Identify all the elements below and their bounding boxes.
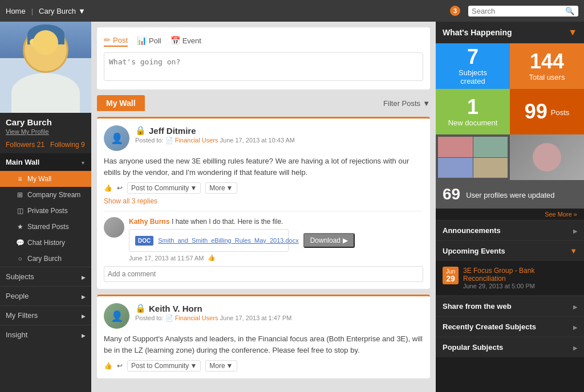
post-1-comment: Kathy Burns I hate when I do that. Here … [104,211,423,262]
posts-number: 99 [525,101,548,122]
post-1-more-btn[interactable]: More ▼ [205,182,237,194]
topbar-separator: | [31,7,33,15]
tile-big-photo[interactable] [510,134,584,180]
following-info[interactable]: Following 9 [50,141,85,149]
nav-my-wall[interactable]: ≡ My Wall [0,171,91,187]
starred-posts-icon: ★ [16,223,24,231]
sidebar-people-section[interactable]: People [0,286,91,305]
file-name-link[interactable]: Smith_and_Smith_eBilling_Rules_May_2013.… [158,237,298,244]
post-tab-icon: ✏ [104,35,111,44]
upcoming-events-header[interactable]: Upcoming Events ▼ [436,241,584,261]
event-item[interactable]: Jun 29 3E Focus Group - Bank Reconciliat… [436,261,584,296]
popular-subjects-header[interactable]: Popular Subjects [436,337,584,357]
my-wall-label: My Wall [27,175,51,183]
post-1-target-link[interactable]: Financial Users [175,137,218,144]
tab-post[interactable]: ✏ Post [104,34,128,47]
nav-cary-burch[interactable]: ○ Cary Burch [0,251,91,267]
nav-company-stream[interactable]: ⊞ Company Stream [0,187,91,203]
file-attachment: DOC Smith_and_Smith_eBilling_Rules_May_2… [129,229,289,252]
subjects-label: Subjects created [459,68,487,85]
post-2-target: Posted to: 📄 Financial Users June 17, 20… [135,315,423,322]
nav-chat-history[interactable]: 💬 Chat History [0,235,91,251]
post-textarea[interactable] [104,52,423,81]
tile-new-doc[interactable]: 1 New document [436,89,510,134]
view-profile-link[interactable]: View My Profile [0,128,91,138]
poll-tab-label: Poll [149,36,161,45]
post-2-post-to-community-btn[interactable]: Post to Community ▼ [127,360,201,371]
sidebar-subjects-section[interactable]: Subjects [0,267,91,286]
followers-info[interactable]: Followers 21 [6,141,44,149]
upcoming-events-label: Upcoming Events [443,247,505,255]
tile-people-photos[interactable] [436,134,510,180]
posts-label: Posts [551,108,570,117]
share-web-header[interactable]: Share from the web [436,296,584,316]
post-1-post-to-community-btn[interactable]: Post to Community ▼ [127,182,201,194]
post-2-lock-icon: 🔒 [135,303,146,313]
download-btn[interactable]: Download ▶ [303,233,355,248]
profile-photo [0,22,91,113]
total-users-label: Total users [529,73,565,81]
tile-profiles-updated[interactable]: 69 User profiles were updated [436,180,584,209]
download-label: Download [310,236,340,244]
chat-history-icon: 💬 [16,239,24,247]
event-day: 29 [445,275,456,283]
home-link[interactable]: Home [6,7,26,15]
post-1-like-btn[interactable]: 👍 [104,184,112,192]
post-1-lock-icon: 🔒 [135,125,146,136]
announcements-header[interactable]: Announcements [436,220,584,240]
my-wall-icon: ≡ [16,175,24,183]
post-composer: ✏ Post 📊 Poll 📅 Event [97,27,430,89]
see-more-link[interactable]: See More » [436,209,584,220]
post-2-body: Many of Support's Analysts and leaders, … [104,333,423,356]
event-info: 3E Focus Group - Bank Reconciliation Jun… [463,267,577,289]
follow-info: Followers 21 Following 9 [0,138,91,153]
notification-badge[interactable]: 3 [450,6,460,16]
subjects-label: Subjects [6,272,34,281]
new-doc-label: New document [448,119,498,127]
tile-posts[interactable]: 99 Posts [510,89,584,134]
user-menu[interactable]: Cary Burch ▼ [39,7,86,15]
subjects-number: 7 [467,47,478,67]
whats-happening-title: What's Happening [443,28,512,37]
main-wall-section[interactable]: Main Wall [0,153,91,171]
filter-posts-label: Filter Posts [383,99,420,108]
filter-posts-btn[interactable]: Filter Posts ▼ [383,99,430,108]
post-2-like-btn[interactable]: 👍 [104,362,112,370]
sidebar-my-filters-section[interactable]: My Filters [0,305,91,325]
post-2-target-link[interactable]: Financial Users [175,315,218,321]
event-tab-label: Event [182,36,201,45]
post-2-actions: 👍 ↩ Post to Community ▼ More ▼ [104,360,423,371]
tab-event[interactable]: 📅 Event [171,34,201,47]
nav-starred-posts[interactable]: ★ Starred Posts [0,219,91,235]
event-title[interactable]: 3E Focus Group - Bank Reconciliation [463,267,577,283]
upcoming-events-arrow: ▼ [570,247,577,255]
nav-private-posts[interactable]: ◫ Private Posts [0,203,91,219]
tab-poll[interactable]: 📊 Poll [137,34,161,47]
search-input[interactable] [472,7,563,15]
comment-author[interactable]: Kathy Burns [129,218,169,226]
search-button[interactable]: 🔍 [565,7,575,15]
private-posts-label: Private Posts [27,207,68,215]
chat-history-label: Chat History [27,239,65,247]
new-doc-number: 1 [467,97,478,117]
recently-created-section: Recently Created Subjects [436,316,584,337]
mini-face-4 [473,158,508,178]
add-comment-input[interactable] [104,266,423,282]
private-posts-icon: ◫ [16,207,24,215]
post-2-reply-btn[interactable]: ↩ [117,362,123,370]
comment-like-icon[interactable]: 👍 [208,254,216,262]
tile-subjects[interactable]: 7 Subjects created [436,43,510,89]
recently-created-label: Recently Created Subjects [443,322,536,331]
post-1-reply-btn[interactable]: ↩ [117,184,123,192]
people-arrow [82,292,86,300]
post-2-more-btn[interactable]: More ▼ [205,360,237,371]
comment-text: I hate when I do that. Here is the file. [172,218,283,226]
post-1-avatar: 👤 [104,125,129,151]
popular-subjects-section: Popular Subjects [436,337,584,357]
recently-created-header[interactable]: Recently Created Subjects [436,317,584,337]
tile-total-users[interactable]: 144 Total users [510,43,584,89]
composer-tabs: ✏ Post 📊 Poll 📅 Event [104,34,423,47]
show-replies-link[interactable]: Show all 3 replies [104,197,423,205]
whats-happening-header[interactable]: What's Happening ▼ [436,22,584,43]
sidebar-insight-section[interactable]: Insight [0,325,91,344]
